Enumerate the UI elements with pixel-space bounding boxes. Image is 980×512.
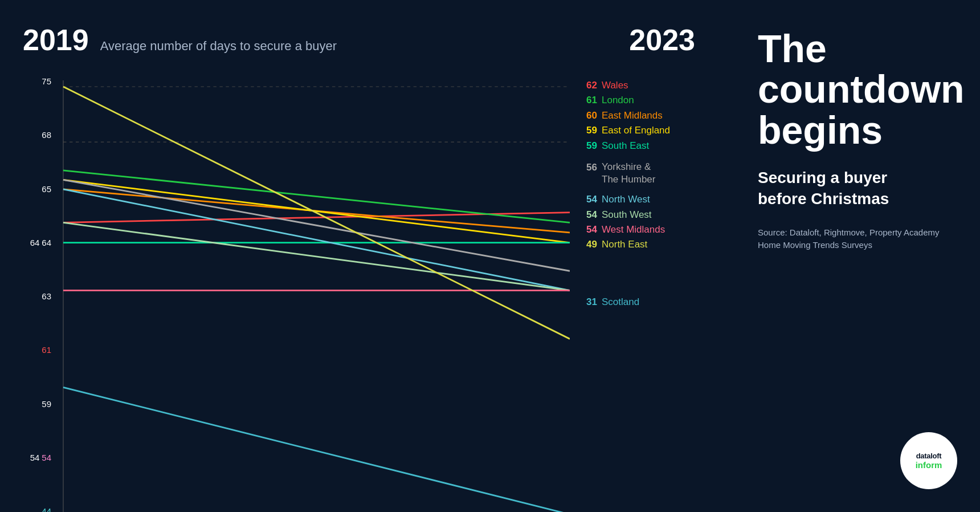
dataloft-logo: dataloft inform	[900, 432, 957, 489]
legend-number-east-of-england: 59	[581, 125, 597, 136]
y-label-44: 44	[42, 507, 51, 512]
y-label-61: 61	[42, 346, 51, 354]
y-label-68: 68	[42, 131, 51, 139]
left-panel: 2019 Average number of days to secure a …	[0, 0, 741, 512]
legend-name-north-west: North West	[602, 194, 650, 205]
legend-name-west-midlands: West Midlands	[602, 224, 665, 235]
legend-name-north-east: North East	[602, 239, 647, 250]
legend-area: 62 Wales 61 London 60 East Midlands 59 E…	[570, 74, 729, 512]
legend-number-wales: 62	[581, 80, 597, 91]
logo-text-dataloft: dataloft	[916, 452, 942, 460]
legend-number-east-midlands: 60	[581, 110, 597, 121]
legend-wales: 62 Wales	[581, 80, 729, 91]
legend-name-scotland: Scotland	[602, 296, 639, 308]
legend-north-east: 49 North East	[581, 239, 729, 250]
legend-name-east-midlands: East Midlands	[602, 110, 663, 121]
chart-subtitle: Average number of days to secure a buyer	[100, 39, 337, 54]
legend-name-wales: Wales	[602, 80, 628, 91]
year-right-label: 2023	[629, 23, 695, 57]
y-label-5454: 54 54	[30, 453, 51, 462]
legend-number-scotland: 31	[581, 296, 597, 308]
year-left-label: 2019	[23, 23, 89, 57]
legend-scotland: 31 Scotland	[581, 296, 729, 308]
source-text: Source: Dataloft, Rightmove, Property Ac…	[758, 226, 957, 252]
legend-number-yorkshire: 56	[581, 162, 597, 173]
logo-container: dataloft inform	[758, 432, 957, 489]
chart-header: 2019 Average number of days to secure a …	[23, 23, 729, 57]
chart-area: 75 68 65 64 64 63 61 59 54 54 44	[23, 74, 729, 512]
legend-name-yorkshire: Yorkshire &The Humber	[602, 161, 655, 186]
legend-west-midlands: 54 West Midlands	[581, 224, 729, 235]
legend-east-of-england: 59 East of England	[581, 125, 729, 136]
line-north-west	[63, 189, 570, 291]
legend-north-west: 54 North West	[581, 194, 729, 205]
legend-number-north-east: 49	[581, 239, 597, 250]
line-scotland	[63, 387, 570, 512]
right-panel: Thecountdownbegins Securing a buyerbefor…	[741, 0, 980, 512]
legend-south-east: 59 South East	[581, 140, 729, 152]
y-label-63: 63	[42, 292, 51, 300]
legend-east-midlands: 60 East Midlands	[581, 110, 729, 121]
legend-yorkshire: 56 Yorkshire &The Humber	[581, 161, 729, 186]
legend-south-west: 54 South West	[581, 209, 729, 221]
legend-name-east-of-england: East of England	[602, 125, 670, 136]
y-label-6464: 64 64	[30, 238, 51, 247]
y-label-75: 75	[42, 77, 51, 86]
y-axis: 75 68 65 64 64 63 61 59 54 54 44	[23, 74, 57, 512]
legend-name-south-west: South West	[602, 209, 652, 221]
y-label-65: 65	[42, 185, 51, 193]
legend-name-london: London	[602, 95, 634, 106]
legend-number-south-east: 59	[581, 140, 597, 152]
legend-name-south-east: South East	[602, 140, 649, 152]
main-headline: Thecountdownbegins	[758, 29, 957, 151]
legend-number-london: 61	[581, 95, 597, 106]
legend-number-west-midlands: 54	[581, 224, 597, 235]
line-north-east	[63, 87, 570, 339]
legend-number-south-west: 54	[581, 209, 597, 221]
chart-container	[57, 74, 570, 512]
chart-svg	[57, 74, 570, 512]
legend-number-north-west: 54	[581, 194, 597, 205]
legend-london: 61 London	[581, 95, 729, 106]
y-label-59: 59	[42, 400, 51, 408]
sub-headline: Securing a buyerbefore Christmas	[758, 168, 957, 209]
logo-text-inform: inform	[916, 460, 942, 470]
